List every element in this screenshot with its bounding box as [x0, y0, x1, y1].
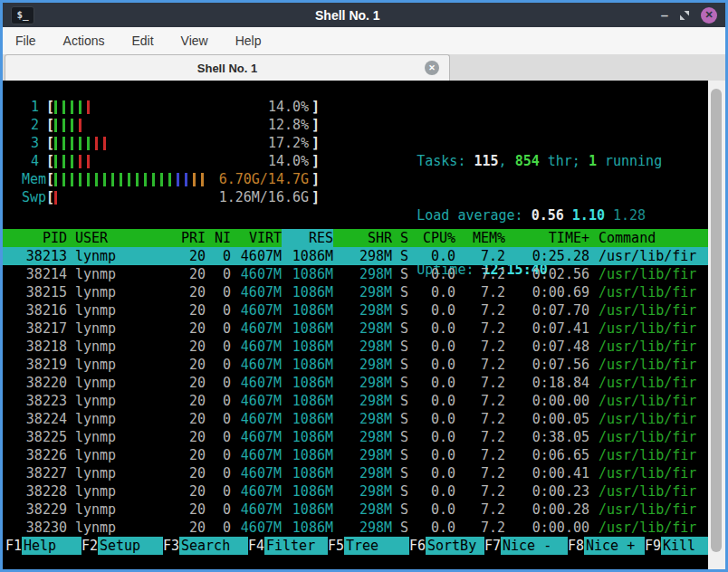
cell-ni: 0 — [206, 283, 231, 301]
process-row[interactable]: 38228lynmp2004607M1086M298MS0.07.20:00.2… — [3, 482, 708, 500]
process-row[interactable]: 38215lynmp2004607M1086M298MS0.07.20:00.6… — [3, 283, 708, 301]
cell-cmd: /usr/lib/fir — [589, 392, 708, 410]
fkey-f7[interactable]: F7Nice - — [484, 537, 568, 555]
column-header-state[interactable]: S — [392, 229, 408, 247]
fkey-f9[interactable]: F9Kill — [645, 537, 708, 555]
menu-item-view[interactable]: View — [181, 33, 208, 48]
column-header-pri[interactable]: PRI — [165, 229, 206, 247]
cell-ni: 0 — [206, 464, 231, 482]
menu-item-file[interactable]: File — [15, 33, 36, 48]
cell-pri: 20 — [165, 500, 206, 519]
cell-user: lynmp — [75, 283, 165, 301]
function-key-bar: F1HelpF2SetupF3SearchF4FilterF5TreeF6Sor… — [5, 537, 708, 555]
fkey-f5[interactable]: F5Tree — [328, 537, 409, 555]
meter-bar-green — [152, 173, 155, 186]
process-row[interactable]: 38214lynmp2004607M1086M298MS0.07.20:02.5… — [3, 265, 708, 283]
process-row[interactable]: 38223lynmp2004607M1086M298MS0.07.20:00.0… — [3, 392, 708, 410]
cell-pid: 38219 — [9, 356, 67, 374]
process-row[interactable]: 38213lynmp2004607M1086M298MS0.07.20:25.2… — [3, 247, 708, 265]
column-header-cpu[interactable]: CPU% — [408, 229, 455, 247]
fkey-label: Tree — [344, 537, 409, 555]
cell-pri: 20 — [165, 356, 206, 374]
cell-ni: 0 — [206, 265, 231, 283]
cell-ni: 0 — [206, 301, 231, 319]
column-header-time[interactable]: TIME+ — [505, 229, 589, 247]
cell-shr: 298M — [333, 319, 392, 338]
fkey-f1[interactable]: F1Help — [5, 537, 81, 555]
meter-bar-green — [79, 100, 81, 114]
process-row[interactable]: 38217lynmp2004607M1086M298MS0.07.20:07.4… — [3, 319, 708, 338]
process-row[interactable]: 38216lynmp2004607M1086M298MS0.07.20:07.7… — [3, 301, 708, 319]
cell-pid: 38218 — [9, 338, 67, 356]
process-row[interactable]: 38218lynmp2004607M1086M298MS0.07.20:07.4… — [3, 338, 708, 356]
column-header-res-sorted[interactable]: RES — [282, 229, 333, 247]
fkey-f2[interactable]: F2Setup — [81, 537, 163, 555]
meter-label: Swp — [9, 188, 46, 206]
meter-1: 1[14.0%] — [9, 98, 320, 116]
process-row[interactable]: 38229lynmp2004607M1086M298MS0.07.20:00.2… — [3, 500, 708, 519]
column-header-virt[interactable]: VIRT — [231, 229, 282, 247]
fkey-f8[interactable]: F8Nice + — [568, 537, 645, 555]
meter-bar-green — [160, 173, 163, 186]
meter-bar-red — [95, 137, 98, 150]
fkey-label: Setup — [98, 537, 163, 555]
tab-close-icon[interactable]: ✕ — [425, 61, 439, 75]
cell-shr: 298M — [333, 519, 392, 537]
cell-cmd: /usr/lib/fir — [589, 464, 708, 482]
fkey-label: Help — [22, 537, 81, 555]
cell-user: lynmp — [75, 338, 165, 356]
process-row[interactable]: 38227lynmp2004607M1086M298MS0.07.20:00.4… — [3, 464, 708, 482]
cell-time: 0:00.69 — [505, 283, 589, 301]
column-header-shr[interactable]: SHR — [333, 229, 392, 247]
cell-res: 1086M — [282, 392, 333, 410]
menu-item-edit[interactable]: Edit — [131, 33, 153, 48]
meter-bar-green — [62, 119, 65, 132]
scrollbar-track[interactable] — [708, 81, 725, 569]
cell-pri: 20 — [165, 338, 206, 356]
cell-virt: 4607M — [231, 410, 282, 428]
cell-cpu: 0.0 — [408, 247, 455, 265]
meter-bar-green — [62, 100, 65, 114]
process-row[interactable]: 38226lynmp2004607M1086M298MS0.07.20:06.6… — [3, 446, 708, 464]
menu-item-help[interactable]: Help — [235, 33, 262, 48]
cell-virt: 4607M — [231, 482, 282, 500]
column-header-ni[interactable]: NI — [206, 229, 231, 247]
cell-pid: 38228 — [9, 482, 67, 500]
cell-pid: 38216 — [9, 301, 67, 319]
terminal-screen[interactable]: 1[14.0%]2[12.8%]3[17.2%]4[14.0%]Mem[6.70… — [3, 81, 725, 569]
cell-s: S — [392, 464, 408, 482]
cell-time: 0:07.41 — [505, 319, 589, 338]
minimize-button[interactable]: – — [661, 11, 668, 20]
cell-pid: 38215 — [9, 283, 67, 301]
cell-pri: 20 — [165, 392, 206, 410]
process-row[interactable]: 38224lynmp2004607M1086M298MS0.07.20:00.0… — [3, 410, 708, 428]
fkey-f4[interactable]: F4Filter — [248, 537, 328, 555]
fkey-number: F7 — [484, 537, 501, 555]
column-header-user[interactable]: USER — [75, 229, 165, 247]
tab-shell[interactable]: Shell No. 1 ✕ — [5, 54, 450, 81]
cell-cmd: /usr/lib/fir — [589, 265, 708, 283]
fkey-number: F6 — [409, 537, 426, 555]
fkey-f3[interactable]: F3Search — [163, 537, 248, 555]
meter-bar-green — [79, 137, 81, 150]
restore-icon[interactable] — [679, 10, 690, 21]
column-header-pid[interactable]: PID — [9, 229, 67, 247]
cell-ni: 0 — [206, 319, 231, 338]
cell-s: S — [392, 410, 408, 428]
meter-bar-green — [136, 173, 139, 186]
process-row[interactable]: 38230lynmp2004607M1086M298MS0.07.20:00.0… — [3, 519, 708, 537]
process-row[interactable]: 38220lynmp2004607M1086M298MS0.07.20:18.8… — [3, 374, 708, 392]
cell-virt: 4607M — [231, 428, 282, 446]
fkey-f6[interactable]: F6SortBy — [409, 537, 484, 555]
meter-value: 6.70G/14.7G — [219, 170, 309, 188]
column-header-command[interactable]: Command — [589, 229, 708, 247]
menu-item-actions[interactable]: Actions — [63, 33, 105, 48]
cell-shr: 298M — [333, 464, 392, 482]
process-row[interactable]: 38219lynmp2004607M1086M298MS0.07.20:07.5… — [3, 356, 708, 374]
scrollbar-thumb[interactable] — [711, 89, 722, 552]
close-button[interactable]: ✕ — [701, 7, 717, 24]
cell-s: S — [392, 446, 408, 464]
process-row[interactable]: 38225lynmp2004607M1086M298MS0.07.20:38.0… — [3, 428, 708, 446]
cell-res: 1086M — [282, 356, 333, 374]
column-header-mem[interactable]: MEM% — [455, 229, 505, 247]
